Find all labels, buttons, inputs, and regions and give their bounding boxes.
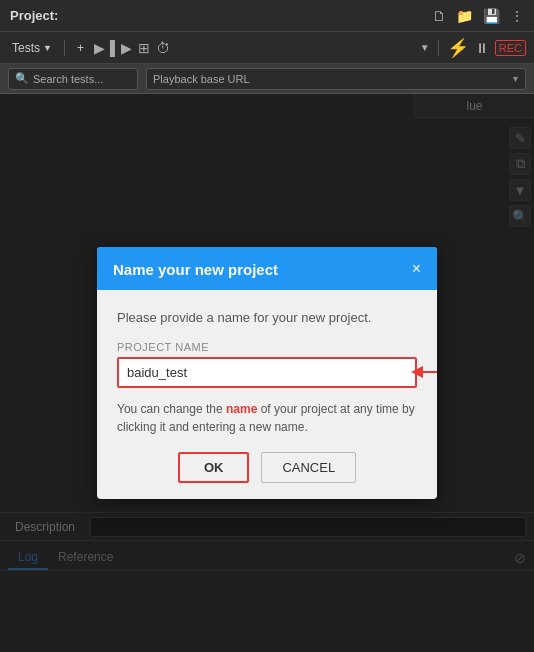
rec-icon[interactable]: REC xyxy=(495,40,526,56)
add-test-button[interactable]: + xyxy=(73,39,88,57)
toolbar-divider-2 xyxy=(438,40,439,56)
schedule-icon[interactable]: ⏱ xyxy=(156,40,170,56)
ok-button[interactable]: OK xyxy=(178,452,250,483)
project-name-input-wrap xyxy=(117,357,417,388)
run-single-icon[interactable]: ▶ xyxy=(121,40,132,56)
app-title: Project: xyxy=(10,8,58,23)
modal-hint: You can change the name of your project … xyxy=(117,400,417,436)
modal-overlay: Name your new project × Please provide a… xyxy=(0,94,534,652)
modal-body: Please provide a name for your new proje… xyxy=(97,290,437,500)
tests-dropdown[interactable]: Tests ▼ xyxy=(8,39,56,57)
modal-dialog: Name your new project × Please provide a… xyxy=(97,247,437,500)
cancel-button[interactable]: CANCEL xyxy=(261,452,356,483)
save-icon[interactable]: 💾 xyxy=(483,8,500,24)
search-input-wrap: 🔍 xyxy=(8,68,138,90)
toolbar-divider-1 xyxy=(64,40,65,56)
pause-icon[interactable]: ⏸ xyxy=(475,40,489,56)
modal-description: Please provide a name for your new proje… xyxy=(117,308,417,328)
top-bar: Project: 🗋 📁 💾 ⋮ xyxy=(0,0,534,32)
modal-title: Name your new project xyxy=(113,261,278,278)
run-suite-icon[interactable]: ▶▐ xyxy=(94,40,115,56)
search-icon: 🔍 xyxy=(15,72,29,85)
toolbar: Tests ▼ + ▶▐ ▶ ⊞ ⏱ ▼ ⚡ ⏸ REC xyxy=(0,32,534,64)
modal-hint-part1: You can change the xyxy=(117,402,226,416)
new-file-icon[interactable]: 🗋 xyxy=(432,8,446,24)
project-name-input[interactable] xyxy=(119,359,415,386)
modal-hint-bold: name xyxy=(226,402,257,416)
open-folder-icon[interactable]: 📁 xyxy=(456,8,473,24)
modal-buttons: OK CANCEL xyxy=(117,452,417,483)
playback-url-wrap: Playback base URL ▼ xyxy=(146,68,526,90)
project-name-label: PROJECT NAME xyxy=(117,341,417,353)
playback-url-select[interactable]: Playback base URL xyxy=(146,68,526,90)
search-bar: 🔍 Playback base URL ▼ xyxy=(0,64,534,94)
more-options-icon[interactable]: ⋮ xyxy=(510,8,524,24)
tests-label: Tests xyxy=(12,41,40,55)
disconnect-icon[interactable]: ⚡ xyxy=(447,37,469,59)
tests-dropdown-arrow: ▼ xyxy=(43,43,52,53)
main-area: lue ✎ ⧉ ▼ 🔍 Description Log Reference ⊘ xyxy=(0,94,534,652)
run-grid-icon[interactable]: ⊞ xyxy=(138,40,150,56)
modal-close-button[interactable]: × xyxy=(412,261,421,277)
search-input[interactable] xyxy=(33,73,131,85)
top-bar-icons: 🗋 📁 💾 ⋮ xyxy=(432,8,524,24)
modal-header: Name your new project × xyxy=(97,247,437,290)
